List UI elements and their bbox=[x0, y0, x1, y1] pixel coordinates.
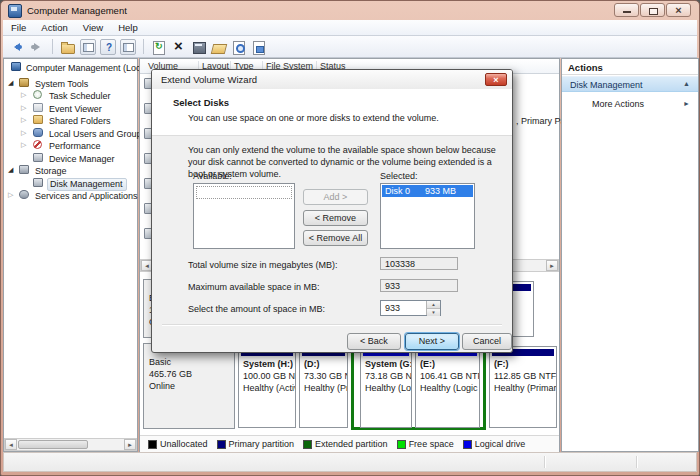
back-icon[interactable] bbox=[9, 39, 25, 55]
disk0-row: Basic465.76 GBOnline System (H:)100.00 G… bbox=[140, 343, 559, 430]
scroll-left-button[interactable]: ◄ bbox=[5, 439, 17, 450]
tree-item-disk-management[interactable]: Disk Management bbox=[4, 178, 137, 190]
report-icon[interactable] bbox=[251, 39, 267, 55]
menu-action[interactable]: Action bbox=[41, 22, 67, 33]
dialog-separator bbox=[162, 324, 502, 325]
remove-all-button[interactable]: < Remove All bbox=[303, 230, 368, 246]
properties-icon[interactable] bbox=[191, 39, 207, 55]
console-tree-pane: Computer Management (Local◢System Tools▷… bbox=[3, 58, 138, 452]
close-icon: × bbox=[667, 3, 690, 17]
more-actions-label: More Actions bbox=[592, 99, 644, 109]
amount-label: Select the amount of space in MB: bbox=[188, 304, 325, 314]
partition-G[interactable]: System (G:)73.18 GB NTFSHealthy (Logic bbox=[360, 346, 412, 428]
amount-spinner-field[interactable]: 933 ▲ ▼ bbox=[380, 300, 441, 316]
partition-D[interactable]: (D:)73.30 GB NTFSHealthy (Prima bbox=[299, 346, 348, 428]
spinner-buttons: ▲ ▼ bbox=[426, 301, 440, 315]
maximize-icon bbox=[649, 8, 658, 15]
tree-item-storage[interactable]: ◢Storage bbox=[4, 165, 137, 177]
help-icon[interactable] bbox=[100, 39, 116, 55]
show-actions-icon[interactable] bbox=[120, 39, 136, 55]
tree-item-local-users-and-groups[interactable]: ▷Local Users and Groups bbox=[4, 128, 137, 140]
collapsed-icon[interactable]: ▷ bbox=[8, 191, 13, 199]
performance-icon bbox=[33, 140, 42, 149]
tree-item-performance[interactable]: ▷Performance bbox=[4, 140, 137, 152]
menu-help[interactable]: Help bbox=[118, 22, 138, 33]
menu-bar: FileActionViewHelp bbox=[3, 20, 697, 36]
disk0-label[interactable]: Basic465.76 GBOnline bbox=[143, 343, 235, 429]
tree-item-device-manager[interactable]: Device Manager bbox=[4, 153, 137, 165]
total-size-label: Total volume size in megabytes (MB): bbox=[188, 260, 338, 270]
available-listbox[interactable] bbox=[193, 183, 295, 249]
collapse-icon[interactable]: ▲ bbox=[683, 80, 690, 87]
close-button[interactable]: × bbox=[666, 3, 691, 17]
partition-H[interactable]: System (H:)100.00 GB NTFSHealthy (Active bbox=[238, 346, 296, 428]
tree-item-label: Event Viewer bbox=[49, 104, 102, 114]
export-icon[interactable] bbox=[60, 39, 76, 55]
cancel-button[interactable]: Cancel bbox=[462, 333, 512, 350]
partition-size: 106.41 GB NTF: bbox=[420, 371, 480, 381]
expanded-icon[interactable]: ◢ bbox=[8, 166, 13, 174]
menu-view[interactable]: View bbox=[83, 22, 103, 33]
tree-item-label: Shared Folders bbox=[49, 116, 111, 126]
forward-icon[interactable] bbox=[29, 39, 45, 55]
tree-item-system-tools[interactable]: ◢System Tools bbox=[4, 78, 137, 90]
selected-disk-item[interactable]: Disk 0 933 MB bbox=[382, 185, 473, 197]
computer-management-window: Computer Management × FileActionViewHelp… bbox=[0, 0, 700, 476]
statusbar-separator bbox=[636, 456, 637, 468]
scroll-right-button[interactable]: ► bbox=[124, 439, 136, 450]
actions-group-disk-management[interactable]: Disk Management ▲ bbox=[562, 76, 698, 92]
shared-folder-icon bbox=[33, 115, 43, 124]
show-tree-icon[interactable] bbox=[80, 39, 96, 55]
tree-item-services-and-applications[interactable]: ▷Services and Applications bbox=[4, 190, 137, 202]
partition-status: Healthy (Prima bbox=[304, 383, 348, 393]
partition-name: (D:) bbox=[304, 359, 320, 369]
collapsed-icon[interactable]: ▷ bbox=[21, 141, 26, 149]
minimize-button[interactable] bbox=[614, 3, 639, 17]
spin-down-button[interactable]: ▼ bbox=[427, 309, 440, 316]
menu-file[interactable]: File bbox=[11, 22, 26, 33]
partition-name: System (H:) bbox=[243, 359, 293, 369]
toolbar-separator bbox=[143, 39, 144, 54]
toolbar bbox=[3, 36, 697, 58]
disk-name: Disk 0 bbox=[385, 186, 425, 197]
collapsed-icon[interactable]: ▷ bbox=[21, 91, 26, 99]
spin-up-button[interactable]: ▲ bbox=[427, 301, 440, 309]
clock-icon bbox=[33, 90, 42, 99]
dialog-close-button[interactable]: × bbox=[485, 73, 507, 86]
back-button[interactable]: < Back bbox=[347, 333, 401, 350]
tree-item-shared-folders[interactable]: ▷Shared Folders bbox=[4, 115, 137, 127]
toolbox-icon bbox=[19, 78, 29, 87]
find-icon[interactable] bbox=[231, 39, 247, 55]
scroll-thumb[interactable] bbox=[18, 440, 88, 449]
amount-value: 933 bbox=[385, 303, 400, 313]
disk-label-line: Basic bbox=[149, 356, 234, 368]
dialog-title-bar[interactable]: Extend Volume Wizard × bbox=[152, 70, 512, 90]
expanded-icon[interactable]: ◢ bbox=[8, 79, 13, 87]
tree-item-computer-management-local[interactable]: Computer Management (Local bbox=[4, 62, 137, 74]
next-button[interactable]: Next > bbox=[405, 333, 459, 350]
services-icon bbox=[19, 190, 29, 199]
collapsed-icon[interactable]: ▷ bbox=[21, 104, 26, 112]
legend-label: Unallocated bbox=[160, 439, 208, 449]
collapsed-icon[interactable]: ▷ bbox=[21, 129, 26, 137]
collapsed-icon[interactable]: ▷ bbox=[21, 116, 26, 124]
legend-swatch bbox=[397, 440, 406, 449]
scroll-right-button[interactable]: ► bbox=[546, 260, 558, 271]
refresh-icon[interactable] bbox=[151, 39, 167, 55]
selected-label: Selected: bbox=[380, 171, 418, 181]
tree-item-task-scheduler[interactable]: ▷Task Scheduler bbox=[4, 90, 137, 102]
delete-icon[interactable] bbox=[171, 39, 187, 55]
remove-button[interactable]: < Remove bbox=[303, 210, 368, 226]
window-title: Computer Management bbox=[27, 5, 127, 16]
partition-E[interactable]: (E:)106.41 GB NTF:Healthy (Logic bbox=[415, 346, 480, 428]
status-bar bbox=[3, 452, 697, 472]
add-button[interactable]: Add > bbox=[303, 189, 368, 205]
tree-item-event-viewer[interactable]: ▷Event Viewer bbox=[4, 103, 137, 115]
maximize-button[interactable] bbox=[640, 3, 665, 17]
partition-F[interactable]: (F:)112.85 GB NTFSHealthy (Primar bbox=[489, 346, 557, 428]
title-bar[interactable]: Computer Management × bbox=[1, 1, 699, 20]
tree-horizontal-scrollbar[interactable]: ◄ ► bbox=[4, 438, 137, 451]
more-actions-item[interactable]: More Actions ► bbox=[562, 97, 698, 111]
selected-listbox[interactable]: Disk 0 933 MB bbox=[380, 183, 475, 249]
open-icon[interactable] bbox=[211, 39, 227, 55]
